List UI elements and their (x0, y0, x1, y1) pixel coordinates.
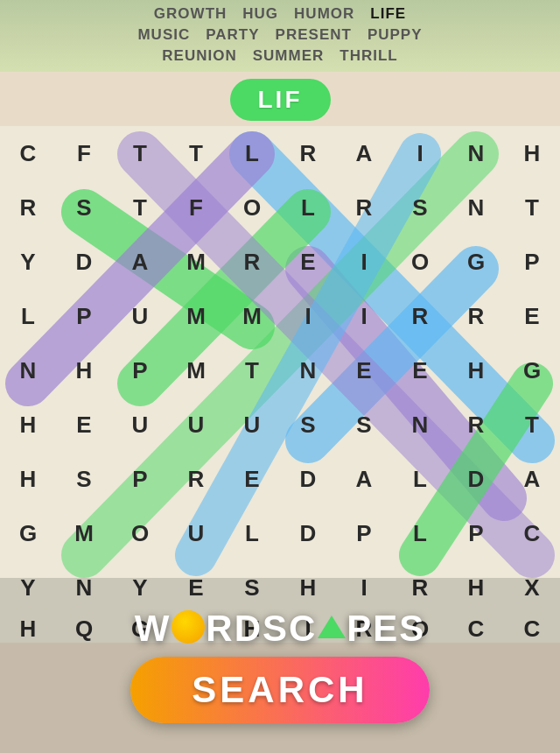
grid-cell-36: I (336, 289, 392, 343)
title-rdsc: RDSC (206, 608, 317, 650)
grid-cell-50: H (0, 398, 56, 453)
grid-cell-78: P (448, 507, 504, 561)
title-o-circle (172, 610, 205, 644)
grid-cell-66: A (336, 453, 392, 507)
grid-cell-28: G (448, 235, 504, 289)
grid-cell-7: I (392, 126, 448, 180)
grid-cell-68: D (448, 453, 504, 507)
grid-cell-60: H (0, 453, 56, 507)
grid-cell-0: C (0, 126, 56, 180)
grid-cell-57: N (392, 398, 448, 453)
grid-container[interactable]: CFTTLRAINHRSTFOLRSNTYDAMREIOGPLPUMMIIRRE… (0, 126, 560, 643)
grid-cell-59: T (504, 398, 560, 453)
grid-cell-17: S (392, 180, 448, 235)
grid-cell-9: H (504, 126, 560, 180)
word-life: LIFE (370, 5, 406, 23)
grid-cell-39: E (504, 289, 560, 343)
word-party: PARTY (206, 26, 259, 44)
grid-cell-42: P (112, 343, 168, 398)
grid-cell-26: I (336, 235, 392, 289)
word-hug: HUG (242, 5, 278, 23)
grid-cell-52: U (112, 398, 168, 453)
grid-cell-69: A (504, 453, 560, 507)
logo-section: W RDSC PES SEARCH (0, 578, 560, 753)
word-row-1: GROWTH HUG HUMOR LIFE (0, 4, 560, 25)
grid-cell-4: L (224, 126, 280, 180)
grid-cell-19: T (504, 180, 560, 235)
grid-cell-27: O (392, 235, 448, 289)
grid-cell-32: U (112, 289, 168, 343)
grid-cell-51: E (56, 398, 112, 453)
grid-cell-48: H (448, 343, 504, 398)
grid-cell-37: R (392, 289, 448, 343)
grid-cell-46: E (336, 343, 392, 398)
grid-cell-71: M (56, 507, 112, 561)
grid-cell-25: E (280, 235, 336, 289)
word-row-2: MUSIC PARTY PRESENT PUPPY (0, 25, 560, 46)
grid-cell-79: C (504, 507, 560, 561)
grid-cell-21: D (56, 235, 112, 289)
grid-cell-23: M (168, 235, 224, 289)
grid-cell-10: R (0, 180, 56, 235)
grid-cell-30: L (0, 289, 56, 343)
grid-cell-70: G (0, 507, 56, 561)
grid-cell-2: T (112, 126, 168, 180)
grid-cell-63: R (168, 453, 224, 507)
grid-cell-22: A (112, 235, 168, 289)
grid-cell-11: S (56, 180, 112, 235)
grid-cell-18: N (448, 180, 504, 235)
letter-grid: CFTTLRAINHRSTFOLRSNTYDAMREIOGPLPUMMIIRRE… (0, 126, 560, 643)
word-reunion: REUNION (162, 47, 236, 65)
word-puppy: PUPPY (368, 26, 423, 44)
grid-cell-62: P (112, 453, 168, 507)
grid-cell-24: R (224, 235, 280, 289)
grid-cell-74: L (224, 507, 280, 561)
grid-cell-67: L (392, 453, 448, 507)
grid-cell-56: S (336, 398, 392, 453)
wordscapes-title: W RDSC PES (135, 608, 426, 650)
current-word-container: LIF (0, 72, 560, 126)
word-thrill: THRILL (340, 47, 397, 65)
grid-cell-12: T (112, 180, 168, 235)
search-button[interactable]: SEARCH (130, 657, 429, 723)
grid-cell-65: D (280, 453, 336, 507)
word-humor: HUMOR (294, 5, 354, 23)
grid-cell-14: O (224, 180, 280, 235)
grid-cell-8: N (448, 126, 504, 180)
grid-cell-20: Y (0, 235, 56, 289)
grid-cell-31: P (56, 289, 112, 343)
title-w: W (135, 608, 172, 650)
word-growth: GROWTH (154, 5, 227, 23)
grid-cell-44: T (224, 343, 280, 398)
grid-cell-6: A (336, 126, 392, 180)
current-word-badge: LIF (230, 79, 331, 121)
grid-cell-72: O (112, 507, 168, 561)
word-summer: SUMMER (253, 47, 325, 65)
grid-cell-55: S (280, 398, 336, 453)
grid-cell-64: E (224, 453, 280, 507)
word-music: MUSIC (137, 26, 190, 44)
grid-cell-33: M (168, 289, 224, 343)
grid-cell-38: R (448, 289, 504, 343)
grid-cell-77: L (392, 507, 448, 561)
grid-cell-58: R (448, 398, 504, 453)
title-pes: PES (346, 608, 425, 650)
grid-cell-75: D (280, 507, 336, 561)
grid-cell-43: M (168, 343, 224, 398)
grid-cell-1: F (56, 126, 112, 180)
word-row-3: REUNION SUMMER THRILL (0, 46, 560, 67)
grid-cell-29: P (504, 235, 560, 289)
grid-cell-3: T (168, 126, 224, 180)
grid-cell-13: F (168, 180, 224, 235)
grid-cell-15: L (280, 180, 336, 235)
grid-cell-73: U (168, 507, 224, 561)
grid-cell-35: I (280, 289, 336, 343)
grid-cell-76: P (336, 507, 392, 561)
word-banner: GROWTH HUG HUMOR LIFE MUSIC PARTY PRESEN… (0, 0, 560, 72)
grid-cell-34: M (224, 289, 280, 343)
grid-cell-40: N (0, 343, 56, 398)
word-present: PRESENT (276, 26, 352, 44)
grid-cell-49: G (504, 343, 560, 398)
grid-cell-47: E (392, 343, 448, 398)
grid-cell-45: N (280, 343, 336, 398)
